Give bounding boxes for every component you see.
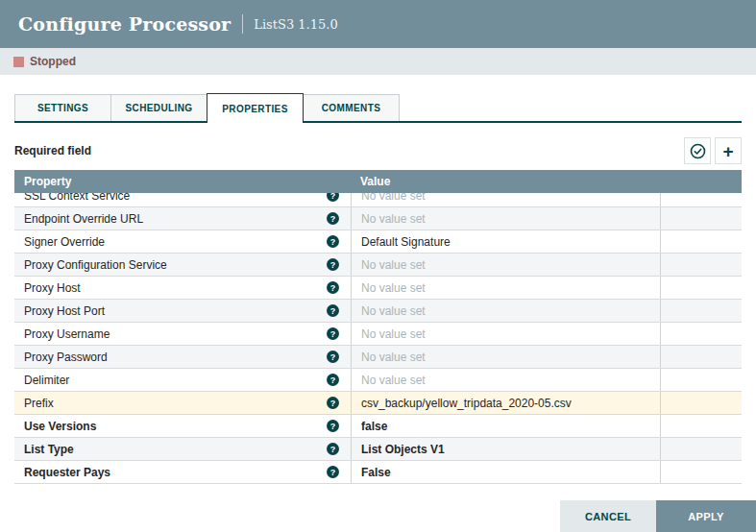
- add-property-button[interactable]: +: [715, 137, 742, 164]
- property-cell: SSL Context Service?: [14, 193, 351, 206]
- table-row[interactable]: Proxy Password?No value set: [14, 346, 742, 369]
- property-name: Prefix: [24, 397, 54, 410]
- tab-bar: SETTINGS SCHEDULING PROPERTIES COMMENTS: [14, 93, 742, 123]
- property-name: Endpoint Override URL: [24, 212, 143, 226]
- property-value[interactable]: csv_backup/yellow_tripdata_2020-05.csv: [351, 392, 660, 414]
- table-row[interactable]: Endpoint Override URL?No value set: [14, 207, 742, 230]
- property-cell: Delimiter?: [14, 369, 351, 391]
- status-bar: Stopped: [0, 48, 756, 75]
- property-value[interactable]: No value set: [351, 207, 660, 230]
- properties-table: Property Value SSL Context Service?No va…: [14, 170, 742, 485]
- help-icon[interactable]: ?: [327, 304, 339, 317]
- row-end-cell: [660, 323, 742, 345]
- property-value[interactable]: No value set: [351, 254, 660, 276]
- property-name: Delimiter: [24, 374, 69, 387]
- title-separator: [242, 14, 243, 34]
- help-icon[interactable]: ?: [327, 466, 339, 478]
- table-row[interactable]: Use Versions?false: [14, 415, 742, 438]
- property-name: Proxy Host Port: [24, 304, 105, 318]
- property-value[interactable]: false: [351, 415, 660, 437]
- row-end-cell: [660, 415, 742, 437]
- property-value[interactable]: No value set: [351, 277, 660, 299]
- help-icon[interactable]: ?: [327, 397, 339, 409]
- property-cell: Proxy Username?: [14, 323, 351, 345]
- table-row[interactable]: List Type?List Objects V1: [14, 438, 742, 461]
- property-value[interactable]: No value set: [351, 300, 660, 322]
- row-end-cell: [660, 300, 742, 322]
- table-row[interactable]: Prefix?csv_backup/yellow_tripdata_2020-0…: [14, 392, 742, 415]
- tab-comments[interactable]: COMMENTS: [303, 94, 400, 121]
- table-header: Property Value: [14, 170, 742, 193]
- property-cell: Proxy Configuration Service?: [14, 254, 351, 276]
- table-row[interactable]: Signer Override?Default Signature: [14, 230, 742, 254]
- properties-rows[interactable]: SSL Context Service?No value setEndpoint…: [14, 193, 742, 485]
- property-name: Use Versions: [24, 420, 96, 433]
- property-name: SSL Context Service: [24, 193, 130, 203]
- row-end-cell: [660, 369, 742, 391]
- help-icon[interactable]: ?: [327, 281, 339, 294]
- property-value[interactable]: No value set: [351, 346, 660, 368]
- property-value[interactable]: No value set: [351, 193, 660, 206]
- property-cell: Proxy Host Port?: [14, 300, 351, 322]
- property-cell: Endpoint Override URL?: [14, 207, 351, 230]
- table-row[interactable]: Proxy Configuration Service?No value set: [14, 254, 742, 277]
- property-value[interactable]: No value set: [351, 323, 660, 345]
- help-icon[interactable]: ?: [327, 212, 339, 225]
- stopped-status-icon: [13, 57, 24, 67]
- cancel-button[interactable]: CANCEL: [560, 500, 656, 532]
- help-icon[interactable]: ?: [327, 327, 339, 340]
- property-cell: Proxy Password?: [14, 346, 351, 368]
- row-end-cell: [660, 254, 742, 276]
- property-name: Proxy Host: [24, 281, 81, 295]
- row-end-cell: [660, 193, 742, 206]
- table-row[interactable]: Proxy Username?No value set: [14, 323, 742, 346]
- row-end-cell: [660, 207, 742, 230]
- table-row[interactable]: Proxy Host?No value set: [14, 277, 742, 300]
- help-icon[interactable]: ?: [327, 193, 339, 202]
- verify-properties-button[interactable]: [684, 137, 711, 164]
- property-value[interactable]: List Objects V1: [351, 438, 660, 460]
- row-end-cell: [660, 230, 742, 253]
- property-value[interactable]: No value set: [351, 369, 660, 391]
- apply-button[interactable]: APPLY: [656, 500, 756, 532]
- row-end-cell: [660, 392, 742, 414]
- property-value[interactable]: Default Signature: [351, 230, 660, 253]
- column-header-property: Property: [14, 175, 351, 188]
- help-icon[interactable]: ?: [327, 235, 339, 248]
- column-header-value: Value: [351, 175, 660, 188]
- property-name: Requester Pays: [24, 466, 110, 479]
- required-field-label: Required field: [14, 144, 91, 157]
- row-end-cell: [660, 461, 742, 483]
- table-row[interactable]: Requester Pays?False: [14, 461, 742, 484]
- dialog-title: Configure Processor: [18, 13, 231, 35]
- table-toolbar: Required field +: [14, 137, 742, 164]
- help-icon[interactable]: ?: [327, 374, 339, 386]
- dialog-titlebar: Configure Processor ListS3 1.15.0: [0, 0, 756, 48]
- tab-settings[interactable]: SETTINGS: [14, 94, 111, 121]
- property-name: List Type: [24, 443, 74, 456]
- property-cell: Use Versions?: [14, 415, 351, 437]
- help-icon[interactable]: ?: [327, 258, 339, 271]
- tab-scheduling[interactable]: SCHEDULING: [110, 94, 207, 121]
- status-label: Stopped: [30, 55, 76, 68]
- row-end-cell: [660, 277, 742, 299]
- property-name: Proxy Password: [24, 351, 108, 364]
- table-row[interactable]: SSL Context Service?No value set: [14, 193, 742, 207]
- check-circle-icon: [690, 143, 706, 159]
- row-end-cell: [660, 438, 742, 460]
- tab-properties[interactable]: PROPERTIES: [207, 93, 304, 123]
- property-name: Signer Override: [24, 235, 105, 249]
- property-cell: Proxy Host?: [14, 277, 351, 299]
- help-icon[interactable]: ?: [327, 443, 339, 455]
- help-icon[interactable]: ?: [327, 351, 339, 363]
- property-cell: Requester Pays?: [14, 461, 351, 483]
- plus-icon: +: [722, 142, 733, 160]
- help-icon[interactable]: ?: [327, 420, 339, 432]
- table-row[interactable]: Proxy Host Port?No value set: [14, 300, 742, 323]
- table-row[interactable]: Delimiter?No value set: [14, 369, 742, 392]
- property-cell: Signer Override?: [14, 230, 351, 253]
- property-cell: Prefix?: [14, 392, 351, 414]
- toolbar-buttons: +: [680, 137, 742, 164]
- configure-processor-dialog: Configure Processor ListS3 1.15.0 Stoppe…: [0, 0, 756, 532]
- property-value[interactable]: False: [351, 461, 660, 483]
